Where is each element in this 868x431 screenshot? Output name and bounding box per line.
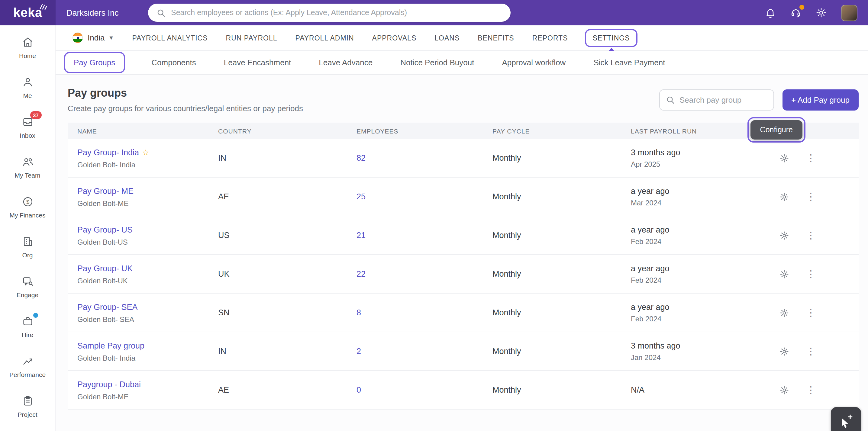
sidebar-item-inbox[interactable]: 37 Inbox — [0, 107, 55, 147]
subtab-sick-leave-payment[interactable]: Sick Leave Payment — [593, 58, 665, 67]
support-icon[interactable] — [790, 7, 801, 18]
employees-count-link[interactable]: 0 — [356, 386, 492, 395]
cursor-overlay — [831, 407, 861, 431]
active-tab-caret — [608, 48, 614, 51]
person-icon — [22, 76, 34, 88]
employees-count-link[interactable]: 82 — [356, 153, 492, 162]
page-title: Pay groups — [68, 87, 303, 100]
pay-group-link[interactable]: Pay Group- India — [78, 148, 139, 157]
configure-gear-icon[interactable] — [776, 266, 793, 282]
tab-loans[interactable]: LOANS — [434, 34, 460, 41]
sidebar-item-performance[interactable]: Performance — [0, 347, 55, 387]
country-label: India — [88, 33, 104, 42]
sidebar-item-engage[interactable]: Engage — [0, 267, 55, 307]
pay-group-link[interactable]: Pay Group- US — [78, 225, 133, 235]
sidebar-label: Org — [22, 251, 33, 258]
tab-payroll-admin[interactable]: PAYROLL ADMIN — [296, 34, 354, 41]
configure-tooltip: Configure — [747, 117, 805, 143]
global-search-input[interactable] — [171, 8, 502, 17]
employees-count-link[interactable]: 21 — [356, 231, 492, 240]
tab-payroll-analytics[interactable]: PAYROLL ANALYTICS — [132, 34, 208, 41]
last-run-relative: a year ago — [631, 186, 776, 195]
global-search[interactable] — [148, 4, 510, 22]
legal-entity-label: Golden Bolt- India — [78, 161, 218, 169]
subtab-leave-encashment[interactable]: Leave Encashment — [224, 58, 291, 67]
settings-gear-icon[interactable] — [816, 7, 827, 18]
configure-gear-icon[interactable] — [776, 150, 793, 166]
topbar-actions — [765, 4, 868, 21]
pay-group-search-input[interactable] — [680, 95, 786, 104]
tab-approvals[interactable]: APPROVALS — [372, 34, 416, 41]
pay-group-link[interactable]: Pay Group- UK — [78, 264, 133, 273]
keka-logo-text: keka — [13, 5, 42, 20]
tab-reports[interactable]: REPORTS — [532, 34, 568, 41]
tab-benefits[interactable]: BENEFITS — [478, 34, 514, 41]
pay-group-link[interactable]: Pay Group- ME — [78, 187, 133, 196]
inbox-count-badge: 37 — [30, 111, 41, 119]
pay-group-link[interactable]: Paygroup - Dubai — [78, 380, 141, 389]
configure-gear-icon[interactable] — [776, 227, 793, 244]
pay-group-link[interactable]: Sample Pay group — [78, 341, 145, 350]
search-icon — [665, 95, 675, 104]
sidebar-item-my-finances[interactable]: $ My Finances — [0, 187, 55, 227]
keka-logo[interactable]: keka — [0, 0, 56, 25]
configure-gear-icon[interactable] — [776, 304, 793, 321]
finances-icon: $ — [22, 196, 34, 208]
sidebar-label: Performance — [9, 371, 45, 378]
notification-bell-icon[interactable] — [765, 7, 776, 18]
support-badge-dot — [799, 4, 805, 10]
configure-gear-icon[interactable] — [776, 188, 793, 205]
subtab-components[interactable]: Components — [151, 58, 196, 67]
kebab-menu-icon[interactable]: ⋮ — [804, 384, 818, 396]
topbar: keka Darksiders Inc — [0, 0, 868, 25]
briefcase-icon — [22, 315, 34, 328]
last-run-date: Feb 2024 — [631, 314, 776, 323]
tab-settings[interactable]: SETTINGS — [586, 30, 637, 45]
kebab-menu-icon[interactable]: ⋮ — [804, 345, 818, 357]
pay-group-link[interactable]: Pay Group- SEA — [78, 303, 138, 312]
logo-sparks-icon — [39, 4, 47, 10]
country-selector[interactable]: India ▾ — [72, 33, 132, 43]
last-run-relative: a year ago — [631, 225, 776, 234]
subtab-notice-period-buyout[interactable]: Notice Period Buyout — [400, 58, 474, 67]
star-icon[interactable]: ☆ — [142, 148, 149, 157]
configure-gear-icon[interactable] — [776, 381, 793, 398]
configure-gear-icon[interactable] — [776, 343, 793, 360]
employees-count-link[interactable]: 22 — [356, 269, 492, 278]
sidebar-item-home[interactable]: Home — [0, 28, 55, 68]
country-cell: IN — [218, 347, 356, 356]
user-avatar[interactable] — [841, 4, 858, 21]
sidebar-label: Engage — [17, 291, 38, 299]
kebab-menu-icon[interactable]: ⋮ — [804, 268, 818, 280]
kebab-menu-icon[interactable]: ⋮ — [804, 229, 818, 241]
sidebar-item-project[interactable]: Project — [0, 387, 55, 427]
configure-tooltip-label: Configure — [750, 120, 802, 140]
sidebar-label: Inbox — [20, 132, 35, 139]
subtab-leave-advance[interactable]: Leave Advance — [319, 58, 373, 67]
pay-group-search[interactable] — [659, 89, 774, 111]
legal-entity-label: Golden Bolt-ME — [78, 393, 218, 401]
sidebar-item-org[interactable]: Org — [0, 227, 55, 267]
subtab-approval-workflow[interactable]: Approval workflow — [502, 58, 565, 67]
kebab-menu-icon[interactable]: ⋮ — [804, 152, 818, 164]
table-row: Pay Group- SEA Golden Bolt- SEA SN 8 Mon… — [68, 294, 859, 332]
sidebar-item-hire[interactable]: Hire — [0, 307, 55, 347]
last-run-date: Feb 2024 — [631, 237, 776, 246]
add-pay-group-button[interactable]: + Add Pay group — [782, 89, 859, 111]
employees-count-link[interactable]: 25 — [356, 192, 492, 201]
employees-count-link[interactable]: 8 — [356, 308, 492, 317]
employees-count-link[interactable]: 2 — [356, 347, 492, 356]
legal-entity-label: Golden Bolt-US — [78, 238, 218, 246]
module-nav: India ▾ PAYROLL ANALYTICS RUN PAYROLL PA… — [56, 25, 868, 51]
kebab-menu-icon[interactable]: ⋮ — [804, 191, 818, 203]
sidebar-item-my-team[interactable]: My Team — [0, 147, 55, 187]
country-cell: AE — [218, 386, 356, 395]
sidebar-item-me[interactable]: Me — [0, 68, 55, 107]
last-run-relative: 3 months ago — [631, 341, 776, 350]
subtab-pay-groups[interactable]: Pay Groups — [65, 53, 124, 72]
kebab-menu-icon[interactable]: ⋮ — [804, 307, 818, 318]
pay-cycle-cell: Monthly — [492, 386, 631, 395]
payroll-tabs: PAYROLL ANALYTICS RUN PAYROLL PAYROLL AD… — [132, 25, 636, 50]
tab-run-payroll[interactable]: RUN PAYROLL — [226, 34, 277, 41]
page-header: Pay groups Create pay groups for various… — [68, 81, 859, 123]
